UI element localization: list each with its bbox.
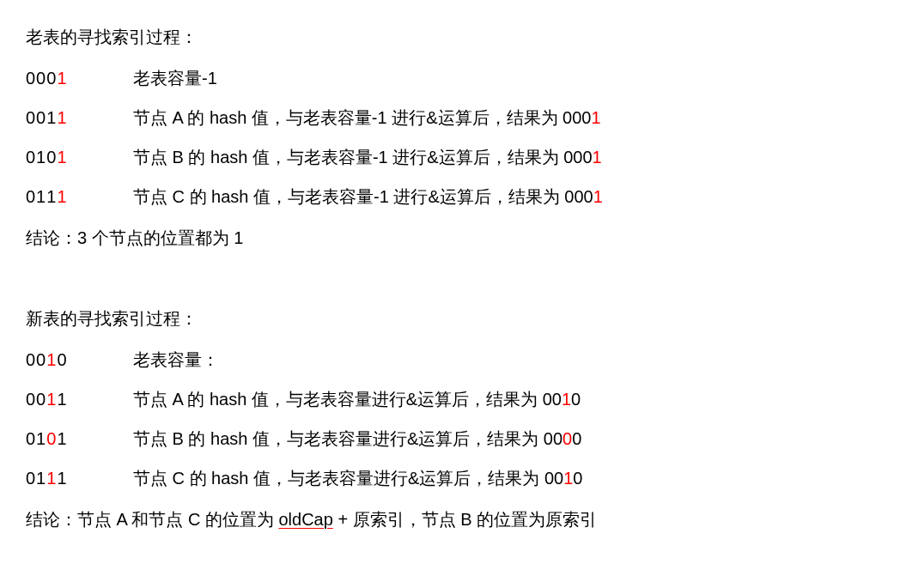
section1-conclusion: 结论：3 个节点的位置都为 1 bbox=[26, 218, 880, 258]
binary-value: 0101 bbox=[26, 137, 133, 177]
description: 节点 A 的 hash 值，与老表容量-1 进行&运算后，结果为 0001 bbox=[133, 98, 880, 137]
section1-row3: 0111 节点 C 的 hash 值，与老表容量-1 进行&运算后，结果为 00… bbox=[26, 177, 880, 216]
underlined-oldcap: oldCap bbox=[278, 510, 332, 529]
section-spacer bbox=[26, 258, 880, 299]
description: 节点 C 的 hash 值，与老表容量进行&运算后，结果为 0010 bbox=[133, 458, 880, 498]
section-new-table: 新表的寻找索引过程： 0010 老表容量： 0011 节点 A 的 hash 值… bbox=[26, 299, 880, 539]
description: 老表容量-1 bbox=[133, 58, 880, 98]
binary-value: 0010 bbox=[26, 340, 133, 379]
binary-value: 0111 bbox=[26, 458, 133, 498]
binary-value: 0111 bbox=[26, 177, 133, 216]
section2-row1: 0011 节点 A 的 hash 值，与老表容量进行&运算后，结果为 0010 bbox=[26, 379, 880, 419]
section2-title: 新表的寻找索引过程： bbox=[26, 299, 880, 338]
description: 老表容量： bbox=[133, 340, 880, 379]
binary-value: 0001 bbox=[26, 58, 133, 98]
section1-row0: 0001 老表容量-1 bbox=[26, 58, 880, 98]
description: 节点 A 的 hash 值，与老表容量进行&运算后，结果为 0010 bbox=[133, 379, 880, 419]
description: 节点 B 的 hash 值，与老表容量-1 进行&运算后，结果为 0001 bbox=[133, 137, 880, 177]
section1-title: 老表的寻找索引过程： bbox=[26, 17, 880, 57]
section2-row0: 0010 老表容量： bbox=[26, 340, 880, 379]
binary-value: 0011 bbox=[26, 379, 133, 419]
binary-value: 0101 bbox=[26, 419, 133, 458]
section2-conclusion: 结论：节点 A 和节点 C 的位置为 oldCap + 原索引，节点 B 的位置… bbox=[26, 500, 880, 539]
section1-row2: 0101 节点 B 的 hash 值，与老表容量-1 进行&运算后，结果为 00… bbox=[26, 137, 880, 177]
binary-value: 0011 bbox=[26, 98, 133, 137]
section1-row1: 0011 节点 A 的 hash 值，与老表容量-1 进行&运算后，结果为 00… bbox=[26, 98, 880, 137]
section-old-table: 老表的寻找索引过程： 0001 老表容量-1 0011 节点 A 的 hash … bbox=[26, 17, 880, 258]
section2-row2: 0101 节点 B 的 hash 值，与老表容量进行&运算后，结果为 0000 bbox=[26, 419, 880, 458]
section2-row3: 0111 节点 C 的 hash 值，与老表容量进行&运算后，结果为 0010 bbox=[26, 458, 880, 498]
description: 节点 B 的 hash 值，与老表容量进行&运算后，结果为 0000 bbox=[133, 419, 880, 458]
description: 节点 C 的 hash 值，与老表容量-1 进行&运算后，结果为 0001 bbox=[133, 177, 880, 216]
